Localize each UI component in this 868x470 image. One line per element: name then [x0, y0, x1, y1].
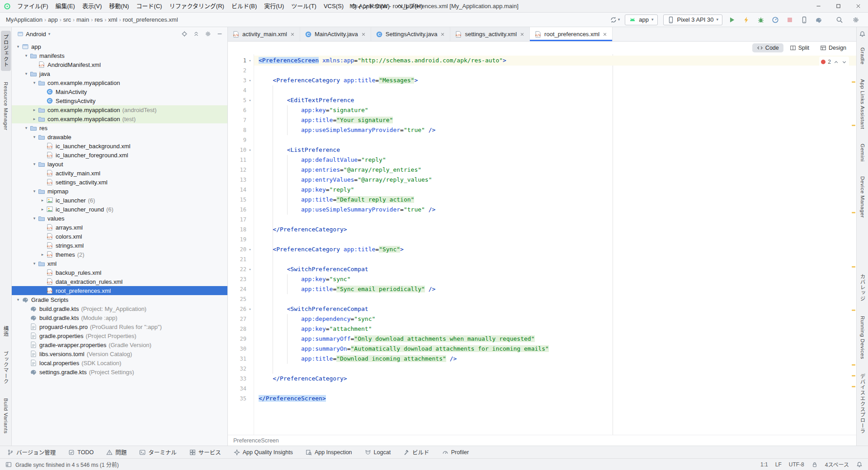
mode-design-button[interactable]: Design	[816, 43, 851, 52]
breadcrumb-item-xml[interactable]: xml	[107, 15, 118, 24]
breadcrumb-item-res[interactable]: res	[93, 15, 104, 24]
search-everywhere-button[interactable]	[834, 14, 845, 25]
breadcrumb-item-root-preferences-xml[interactable]: root_preferences.xml	[121, 15, 179, 24]
tree-expand-toggle-icon[interactable]: ▾	[31, 189, 38, 193]
breadcrumb-element[interactable]: PreferenceScreen	[233, 437, 279, 444]
breadcrumb-item-src[interactable]: src	[62, 15, 72, 24]
tab-mainactivity-java[interactable]: CMainActivity.java	[300, 27, 371, 41]
next-problem-icon[interactable]	[841, 59, 847, 65]
tree-item-data-extraction-rules-xml[interactable]: </>data_extraction_rules.xml	[12, 277, 227, 286]
run-button[interactable]	[726, 14, 738, 25]
tab-root-preferences-xml[interactable]: </>root_preferences.xml	[530, 27, 613, 41]
tree-expand-toggle-icon[interactable]: ▸	[31, 108, 38, 112]
toolwindow-gradle-button[interactable]: Gradle	[859, 44, 867, 68]
tree-item-mainactivity[interactable]: CMainActivity	[12, 87, 227, 96]
close-tab-icon[interactable]	[440, 32, 445, 37]
breadcrumb-item-myapplication[interactable]: MyApplication	[5, 15, 44, 24]
close-tab-icon[interactable]	[361, 32, 366, 37]
tree-item-java[interactable]: ▾java	[12, 69, 227, 78]
tree-item-com-example-myapplication[interactable]: ▾com.example.myapplication	[12, 78, 227, 87]
tree-item-libs-versions-toml-version-catalog[interactable]: libs.versions.toml(Version Catalog)	[12, 349, 227, 358]
toolwindow-gemini-button[interactable]: Gemini	[859, 140, 867, 165]
tree-item-activity-main-xml[interactable]: </>activity_main.xml	[12, 169, 227, 178]
notifications-bell-icon[interactable]	[856, 461, 863, 468]
tree-item-xml[interactable]: ▾xml	[12, 259, 227, 268]
stop-button[interactable]	[784, 14, 796, 25]
tree-item-drawable[interactable]: ▾drawable	[12, 132, 227, 141]
gradle-sync-button[interactable]	[813, 14, 825, 25]
mode-split-button[interactable]: Split	[785, 43, 814, 52]
warning-stripe-mark[interactable]	[852, 386, 855, 387]
warning-stripe-mark[interactable]	[852, 212, 855, 213]
menu-help[interactable]: ヘルプ(H)	[393, 0, 426, 12]
tab-settings-activity-xml[interactable]: </>settings_activity.xml	[450, 27, 530, 41]
tab-activity-main-xml[interactable]: </>activity_main.xml	[228, 27, 300, 41]
device-select[interactable]: Pixel 3 API 30 ▾	[663, 14, 722, 25]
tree-item-build-gradle-kts-project-my-application[interactable]: build.gradle.kts(Project: My_Application…	[12, 304, 227, 313]
tree-item-settings-gradle-kts-project-settings[interactable]: settings.gradle.kts(Project Settings)	[12, 367, 227, 376]
toolwindow-device-explorer-button[interactable]: デバイスエクスプローラ	[858, 370, 868, 437]
mode-code-button[interactable]: Code	[752, 43, 783, 52]
tree-item-com-example-myapplication-test[interactable]: ▸com.example.myapplication(test)	[12, 114, 227, 123]
toolwindow-problems-button[interactable]: 問題	[106, 448, 127, 456]
select-opened-file-icon[interactable]	[181, 31, 188, 37]
menu-vcs[interactable]: VCS(S)	[320, 0, 347, 12]
tree-item-mipmap[interactable]: ▾mipmap	[12, 187, 227, 196]
line-separator[interactable]: LF	[775, 461, 782, 468]
tree-item-app[interactable]: ▾app	[12, 42, 227, 51]
tree-item-androidmanifest-xml[interactable]: </>AndroidManifest.xml	[12, 60, 227, 69]
code-pane[interactable]: <PreferenceScreen xmlns:app="http://sche…	[254, 54, 856, 435]
run-configuration-select[interactable]: app ▾	[625, 14, 657, 25]
fold-marker-icon[interactable]: ▾	[246, 304, 254, 314]
maximize-button[interactable]	[828, 0, 848, 12]
collapse-all-icon[interactable]	[193, 31, 199, 37]
toolwindow-app-inspection-button[interactable]: App Inspection	[306, 449, 352, 456]
tree-expand-toggle-icon[interactable]: ▸	[39, 252, 46, 257]
tree-expand-toggle-icon[interactable]: ▾	[31, 216, 38, 221]
code-editor[interactable]: 1▾23▾45▾678910▾11121314151617181920▾2122…	[228, 54, 856, 435]
sync-project-button[interactable]: ▾	[609, 14, 622, 25]
tree-item-settings-activity-xml[interactable]: </>settings_activity.xml	[12, 178, 227, 187]
tree-item-res[interactable]: ▾res	[12, 123, 227, 132]
tree-item-arrays-xml[interactable]: </>arrays.xml	[12, 223, 227, 232]
fold-marker-icon[interactable]: ▾	[246, 264, 254, 274]
tree-expand-toggle-icon[interactable]: ▾	[31, 261, 38, 266]
indent-setting[interactable]: 4スペース	[825, 461, 849, 468]
tree-expand-toggle-icon[interactable]: ▸	[31, 117, 38, 121]
tree-expand-toggle-icon[interactable]: ▾	[23, 71, 30, 76]
tree-expand-toggle-icon[interactable]: ▾	[23, 53, 30, 58]
tree-item-build-gradle-kts-module-app[interactable]: build.gradle.kts(Module :app)	[12, 313, 227, 322]
close-tab-icon[interactable]	[602, 32, 608, 37]
tree-item-colors-xml[interactable]: </>colors.xml	[12, 232, 227, 241]
tree-expand-toggle-icon[interactable]: ▾	[23, 126, 30, 130]
toolwindow-coverage-button[interactable]: カバレッジ	[858, 270, 868, 305]
tree-item-ic-launcher-6[interactable]: ▸ic_launcher(6)	[12, 196, 227, 205]
gear-icon[interactable]	[205, 31, 211, 37]
toolwindow-services-button[interactable]: サービス	[189, 448, 221, 456]
apply-changes-button[interactable]	[741, 14, 752, 25]
settings-button[interactable]	[850, 14, 862, 25]
breadcrumb-item-app[interactable]: app	[47, 15, 59, 24]
fold-marker-icon[interactable]: ▾	[246, 75, 254, 85]
breadcrumb-item-main[interactable]: main	[75, 15, 90, 24]
toolwindow-todo-button[interactable]: TODO	[68, 449, 94, 456]
tree-item-local-properties-sdk-location[interactable]: local.properties(SDK Location)	[12, 358, 227, 367]
menu-run[interactable]: 実行(U)	[260, 0, 288, 12]
toolwindow-logcat-button[interactable]: Logcat	[365, 449, 391, 456]
toolwindow-build-variants-button[interactable]: Build Variants	[2, 395, 10, 437]
fold-marker-icon[interactable]: ▾	[246, 95, 254, 105]
tree-item-ic-launcher-foreground-xml[interactable]: </>ic_launcher_foreground.xml	[12, 150, 227, 160]
tree-item-settingsactivity[interactable]: CSettingsActivity	[12, 96, 227, 105]
tree-item-layout[interactable]: ▾layout	[12, 160, 227, 169]
menu-refactor[interactable]: リファクタリング(R)	[165, 0, 228, 12]
device-manager-button[interactable]	[798, 14, 810, 25]
toolwindow-app-quality-insights-button[interactable]: App Quality Insights	[234, 449, 293, 456]
warning-stripe-mark[interactable]	[852, 375, 855, 376]
fold-marker-icon[interactable]: ▾	[246, 145, 254, 155]
notifications-icon[interactable]	[859, 31, 866, 38]
toolwindow-running-devices-button[interactable]: Running Devices	[859, 312, 867, 363]
tree-item-root-preferences-xml[interactable]: </>root_preferences.xml	[12, 286, 227, 295]
tree-item-manifests[interactable]: ▾manifests	[12, 51, 227, 60]
close-tab-icon[interactable]	[290, 32, 295, 37]
tree-item-com-example-myapplication-androidtest[interactable]: ▸com.example.myapplication(androidTest)	[12, 105, 227, 114]
